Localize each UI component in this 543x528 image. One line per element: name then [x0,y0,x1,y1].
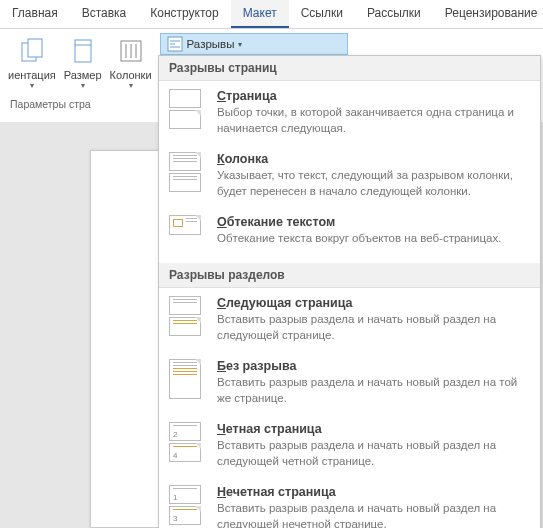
orientation-label: иентация [8,69,56,81]
size-button[interactable]: Размер ▾ [60,33,106,92]
section-odd-desc: Вставить разрыв раздела и начать новый р… [217,501,530,528]
chevron-down-icon: ▾ [81,81,85,90]
section-even-title: Четная страница [217,422,530,436]
break-column[interactable]: Колонка Указывает, что текст, следующий … [159,144,540,207]
tab-references[interactable]: Ссылки [289,0,355,28]
section-odd-page[interactable]: 1 3 Нечетная страница Вставить разрыв ра… [159,477,540,528]
section-continuous-icon [169,359,205,399]
break-page[interactable]: Страница Выбор точки, в которой заканчив… [159,81,540,144]
break-wrap-desc: Обтекание текста вокруг объектов на веб-… [217,231,530,247]
break-column-title: Колонка [217,152,530,166]
tab-review[interactable]: Рецензирование [433,0,543,28]
section-next-icon [169,296,205,336]
svg-rect-1 [28,39,42,57]
section-even-desc: Вставить разрыв раздела и начать новый р… [217,438,530,469]
breaks-label: Разрывы [187,38,235,50]
chevron-down-icon: ▾ [238,40,242,49]
section-odd-title: Нечетная страница [217,485,530,499]
break-text-wrapping[interactable]: Обтекание текстом Обтекание текста вокру… [159,207,540,263]
page-setup-group-label: Параметры стра [4,96,156,112]
chevron-down-icon: ▾ [129,81,133,90]
section-even-icon: 2 4 [169,422,205,462]
columns-button[interactable]: Колонки ▾ [106,33,156,92]
section-continuous-desc: Вставить разрыв раздела и начать новый р… [217,375,530,406]
page-breaks-header: Разрывы страниц [159,56,540,81]
tab-layout[interactable]: Макет [231,0,289,28]
tab-insert[interactable]: Вставка [70,0,139,28]
tab-design[interactable]: Конструктор [138,0,230,28]
text-wrap-icon [169,215,205,255]
size-label: Размер [64,69,102,81]
breaks-dropdown: Разрывы страниц Страница Выбор точки, в … [158,55,541,528]
tab-home[interactable]: Главная [0,0,70,28]
svg-rect-2 [75,40,91,62]
ribbon: иентация ▾ Размер ▾ Колонки ▾ Параметры … [0,29,543,112]
columns-icon [115,35,147,67]
columns-label: Колонки [110,69,152,81]
ribbon-tabs: Главная Вставка Конструктор Макет Ссылки… [0,0,543,29]
break-column-desc: Указывает, что текст, следующий за разры… [217,168,530,199]
section-next-page[interactable]: Следующая страница Вставить разрыв разде… [159,288,540,351]
orientation-button[interactable]: иентация ▾ [4,33,60,92]
page-break-icon [169,89,205,129]
section-next-desc: Вставить разрыв раздела и начать новый р… [217,312,530,343]
section-odd-icon: 1 3 [169,485,205,525]
column-break-icon [169,152,205,192]
breaks-icon [167,36,183,52]
tab-mailings[interactable]: Рассылки [355,0,433,28]
section-continuous[interactable]: Без разрыва Вставить разрыв раздела и на… [159,351,540,414]
break-page-title: Страница [217,89,530,103]
section-breaks-header: Разрывы разделов [159,263,540,288]
section-even-page[interactable]: 2 4 Четная страница Вставить разрыв разд… [159,414,540,477]
document-page[interactable] [90,150,160,528]
break-page-desc: Выбор точки, в которой заканчивается одн… [217,105,530,136]
size-icon [67,35,99,67]
break-wrap-title: Обтекание текстом [217,215,530,229]
section-next-title: Следующая страница [217,296,530,310]
section-continuous-title: Без разрыва [217,359,530,373]
chevron-down-icon: ▾ [30,81,34,90]
orientation-icon [16,35,48,67]
breaks-button[interactable]: Разрывы ▾ [160,33,349,55]
